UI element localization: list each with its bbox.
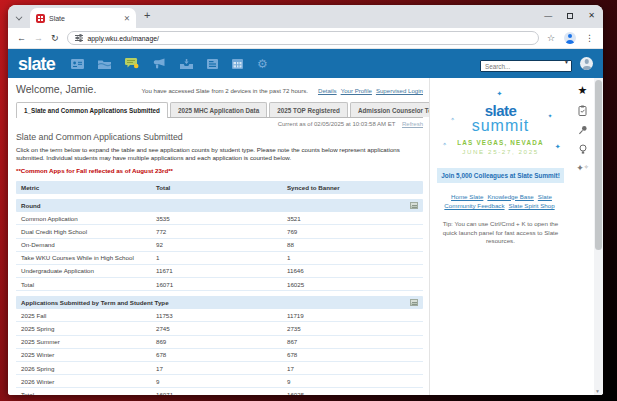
summit-banner[interactable]: Join 5,000 Colleagues at Slate Summit!: [437, 168, 564, 183]
row-synced: 16025: [287, 281, 418, 288]
tasks-clipboard-icon[interactable]: [578, 105, 587, 116]
row-metric: Take WKU Courses While in High School: [21, 254, 156, 261]
browser-tab-slate[interactable]: Slate ✕: [30, 8, 136, 28]
table-row[interactable]: 2026 Winter99: [16, 375, 423, 388]
section-name: Applications Submitted by Term and Stude…: [21, 299, 169, 306]
tab-close-icon[interactable]: ✕: [124, 14, 130, 23]
row-total: 772: [156, 228, 287, 235]
favorites-star-icon[interactable]: ★: [578, 85, 588, 96]
sparkles-icon[interactable]: ✦✧: [576, 164, 589, 173]
refresh-link[interactable]: Refresh: [402, 121, 423, 127]
summit-location: LAS VEGAS, NEVADA: [439, 139, 563, 146]
table-row[interactable]: Total1607116025: [16, 278, 423, 291]
table-section-header[interactable]: Round: [16, 199, 423, 212]
sparkle-icon: ✦: [497, 90, 503, 98]
browser-menu-icon[interactable]: ⋮: [585, 33, 594, 43]
megaphone-icon[interactable]: [153, 58, 166, 69]
report-tab[interactable]: Admission Counselor Territory Report: [350, 102, 429, 117]
header-link[interactable]: Details: [318, 87, 337, 94]
summit-logo-slate: slate: [439, 104, 563, 118]
forward-icon[interactable]: →: [34, 34, 43, 43]
search-input[interactable]: [480, 60, 572, 72]
address-bar[interactable]: apply.wku.edu/manage/: [67, 31, 539, 45]
row-total: 16071: [156, 391, 287, 395]
vertical-scrollbar[interactable]: ▼: [594, 78, 603, 395]
scrollbar-down-icon[interactable]: ▼: [595, 388, 600, 394]
slate-summit-ad[interactable]: ✦ ✦ ✧ ✦ ✧ slate summit LAS VEGAS, NEVADA…: [439, 90, 563, 161]
folder-icon[interactable]: [98, 59, 111, 69]
right-sidebar: ✦ ✦ ✧ ✦ ✧ slate summit LAS VEGAS, NEVADA…: [429, 78, 571, 395]
header-link[interactable]: Supervised Login: [376, 87, 423, 94]
row-metric: Common Application: [21, 215, 156, 222]
row-total: 16071: [156, 281, 287, 288]
access-note: You have accessed Slate from 2 devices i…: [142, 87, 423, 94]
report-tab[interactable]: 2025 TOP Registered: [269, 102, 348, 117]
row-synced: 88: [287, 241, 418, 248]
inbox-icon[interactable]: [180, 59, 193, 69]
report-tab[interactable]: 1_Slate and Common Applications Submitte…: [16, 102, 168, 118]
table-row[interactable]: Undergraduate Application1167111646: [16, 265, 423, 278]
row-total: 11753: [156, 312, 287, 319]
table-row[interactable]: Take WKU Courses While in High School11: [16, 252, 423, 265]
current-as-of: Current as of 02/05/2025 at 10:03:58 AM …: [16, 121, 423, 127]
table-row[interactable]: Total1607116025: [16, 388, 423, 395]
row-total: 2745: [156, 325, 287, 332]
table-row[interactable]: 2025 Summer869867: [16, 336, 423, 349]
table-row[interactable]: 2025 Spring27452735: [16, 322, 423, 335]
minimize-button[interactable]: —: [544, 12, 552, 20]
header-link[interactable]: Your Profile: [341, 87, 372, 94]
profile-avatar-icon[interactable]: [564, 32, 576, 44]
table-section-header[interactable]: Applications Submitted by Term and Stude…: [16, 296, 423, 309]
row-synced: 17: [287, 365, 418, 372]
current-as-of-text: Current as of 02/05/2025 at 10:03:58 AM …: [278, 121, 396, 127]
row-synced: 867: [287, 338, 418, 345]
row-total: 1: [156, 254, 287, 261]
new-tab-button[interactable]: +: [144, 9, 150, 21]
export-icon[interactable]: [410, 202, 418, 209]
report-tabs: 1_Slate and Common Applications Submitte…: [16, 102, 423, 118]
row-synced: 678: [287, 351, 418, 358]
maximize-button[interactable]: [567, 13, 573, 19]
sparkle-icon: ✧: [451, 116, 455, 122]
pin-icon[interactable]: [578, 125, 588, 135]
row-metric: 2025 Fall: [21, 312, 156, 319]
bookmark-star-icon[interactable]: ☆: [547, 33, 555, 43]
lightbulb-icon[interactable]: [578, 144, 588, 155]
table-row[interactable]: Common Application35353521: [16, 212, 423, 225]
back-icon[interactable]: ←: [17, 34, 26, 43]
row-total: 11671: [156, 267, 287, 274]
row-synced: 11646: [287, 267, 418, 274]
slate-logo[interactable]: slate: [18, 55, 55, 73]
browser-tab-strip: Slate ✕ + — ✕: [8, 5, 603, 28]
table-row[interactable]: 2026 Spring1717: [16, 362, 423, 375]
summit-dates: JUNE 25-27, 2025: [439, 148, 563, 155]
contact-card-icon[interactable]: [71, 59, 84, 69]
sidebar-tip: Tip: You can use Ctrl/Cmd + K to open th…: [430, 220, 571, 245]
tab-search-chevron-icon[interactable]: [15, 13, 23, 21]
table-row[interactable]: On-Demand9288: [16, 239, 423, 252]
table-header: Metric Total Synced to Banner: [16, 181, 423, 194]
sidebar-link[interactable]: Knowledge Base: [487, 193, 533, 200]
report-tab[interactable]: 2025 MHC Application Data: [170, 102, 267, 117]
reader-icon[interactable]: [207, 59, 218, 69]
site-settings-icon[interactable]: [75, 34, 83, 42]
column-metric: Metric: [21, 184, 156, 191]
table-row[interactable]: 2025 Fall1175311719: [16, 309, 423, 322]
access-note-text: You have accessed Slate from 2 devices i…: [142, 87, 308, 94]
row-total: 9: [156, 378, 287, 385]
messages-icon[interactable]: [125, 58, 139, 69]
slate-user-avatar[interactable]: [580, 57, 593, 70]
gear-icon[interactable]: ⚙: [257, 58, 268, 70]
sidebar-link[interactable]: Home Slate: [451, 193, 483, 200]
row-metric: 2025 Spring: [21, 325, 156, 332]
scrollbar-thumb[interactable]: [595, 80, 602, 250]
export-icon[interactable]: [410, 299, 418, 306]
table-row[interactable]: 2025 Winter678678: [16, 349, 423, 362]
section-name: Round: [21, 202, 41, 209]
calendar-icon[interactable]: [232, 59, 243, 69]
table-row[interactable]: Dual Credit High School772769: [16, 225, 423, 238]
sidebar-link[interactable]: Slate Spirit Shop: [509, 202, 555, 209]
row-synced: 769: [287, 228, 418, 235]
close-button[interactable]: ✕: [588, 12, 595, 20]
reload-icon[interactable]: ↻: [51, 34, 59, 43]
